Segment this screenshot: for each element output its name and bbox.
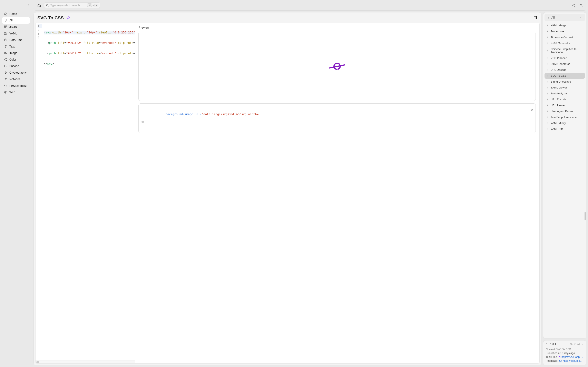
share-button[interactable] — [571, 3, 575, 7]
code-body[interactable]: <svg width="20px" height="20px" viewBox=… — [43, 23, 135, 360]
pin-icon — [546, 86, 549, 89]
nav-item-home[interactable]: Home — [2, 11, 30, 17]
tool-vertical-scrollbar[interactable] — [585, 212, 586, 220]
tool-item[interactable]: SVG To CSS — [545, 73, 585, 79]
nav-item-crypto[interactable]: Cryptography — [2, 69, 30, 76]
external-link-icon — [558, 356, 561, 359]
pin-icon — [546, 30, 549, 33]
pin-icon — [546, 42, 549, 44]
tool-item[interactable]: Timezone Convert — [545, 34, 585, 40]
topbar: ⌘ + K — [34, 0, 586, 11]
nav-item-programming[interactable]: Programming — [2, 82, 30, 89]
published-value: 3 days ago — [562, 351, 575, 355]
toollink-value[interactable]: https://t.he3app.co… — [562, 355, 584, 359]
copy-button[interactable] — [503, 105, 534, 115]
nav-item-text[interactable]: Text — [2, 43, 30, 50]
nav-item-color[interactable]: Color — [2, 56, 30, 63]
nav-item-image[interactable]: Image — [2, 50, 30, 56]
nav-item-web[interactable]: Web — [2, 89, 30, 95]
svg-rect-24 — [531, 109, 532, 110]
color-icon — [4, 58, 7, 61]
right-panel: All YAML MergeTracerouteTimezone Convert… — [543, 12, 586, 365]
pin-icon — [546, 63, 549, 65]
message-icon — [559, 359, 562, 362]
output-horizontal-scrollbar[interactable] — [141, 121, 533, 123]
nav-label: JSON — [9, 25, 17, 29]
tool-item-label: YAML Merge — [551, 24, 566, 27]
nav-list: Home All JSON YAML Date/Time Text — [2, 11, 30, 95]
tool-item-label: Traceroute — [551, 30, 564, 33]
tool-item[interactable]: YAML Diff — [545, 126, 585, 132]
pin-icon — [546, 128, 549, 130]
tool-item[interactable]: JavaScript Unescape — [545, 114, 585, 120]
code-editor[interactable]: 1⌄ 2 3 4 <svg width="20px" height="20px"… — [35, 23, 135, 363]
tool-item[interactable]: User Agent Parser — [545, 108, 585, 114]
tool-item[interactable]: URL Parser — [545, 102, 585, 108]
nav-label: Encode — [9, 64, 19, 68]
tool-item-label: Chinese Simplified to Traditional — [551, 48, 583, 54]
chevron-down-icon[interactable] — [581, 343, 584, 346]
css-output[interactable]: background-image:url('data:image/svg+xml… — [138, 103, 536, 133]
grid-icon — [4, 25, 7, 29]
tool-item-label: JavaScript Unescape — [551, 116, 577, 119]
search-box[interactable]: ⌘ + K — [44, 2, 100, 8]
tool-item[interactable]: VPC Planner — [545, 55, 585, 61]
tool-item-label: YAML Viewer — [551, 86, 567, 89]
pin-icon — [546, 49, 549, 52]
tool-item[interactable]: YAML Minify — [545, 120, 585, 126]
tool-item-label: URL Decode — [551, 68, 566, 71]
nav-item-yaml[interactable]: YAML — [2, 30, 30, 37]
user-button[interactable] — [579, 3, 583, 7]
tool-item[interactable]: UTM Generator — [545, 61, 585, 67]
globe-icon[interactable] — [573, 343, 576, 346]
nav-label: Programming — [9, 84, 26, 87]
search-input[interactable] — [51, 4, 86, 7]
encode-icon — [4, 64, 7, 68]
tool-item[interactable]: Chinese Simplified to Traditional — [545, 46, 585, 55]
nav-label: All — [9, 19, 13, 22]
tool-item[interactable]: YAML Merge — [545, 22, 585, 28]
nav-item-network[interactable]: Network — [2, 76, 30, 82]
tool-item-label: YAML Diff — [551, 127, 563, 131]
pin-icon — [546, 104, 549, 107]
check-circle-icon[interactable] — [577, 343, 580, 346]
tool-item[interactable]: URL Encode — [545, 96, 585, 102]
pin-icon — [546, 36, 549, 39]
tool-scroll[interactable]: YAML MergeTracerouteTimezone ConvertX509… — [543, 22, 586, 338]
editor-horizontal-scrollbar[interactable] — [35, 360, 135, 363]
tool-item[interactable]: Text Analyzer — [545, 91, 585, 96]
globe-icon[interactable] — [570, 343, 573, 346]
svg-rect-23 — [532, 109, 533, 111]
tool-filter-dropdown[interactable]: All — [545, 14, 585, 21]
published-label: Published at: — [546, 351, 561, 355]
nav-item-encode[interactable]: Encode — [2, 63, 30, 69]
nav-label: Cryptography — [9, 71, 26, 74]
info-description: Convert SVG To CSS — [546, 348, 584, 351]
clock-icon — [4, 38, 7, 42]
svg-point-28 — [578, 343, 580, 345]
page-title: SVG To CSS — [37, 15, 64, 21]
svg-point-10 — [5, 52, 6, 53]
pin-icon — [546, 122, 549, 124]
svg-rect-9 — [4, 52, 7, 54]
collapse-sidebar-button[interactable] — [27, 4, 30, 7]
nav-item-json[interactable]: JSON — [2, 24, 30, 30]
tool-item[interactable]: YAML Viewer — [545, 85, 585, 91]
nav-label: Network — [9, 77, 20, 81]
layout-toggle-button[interactable] — [534, 16, 537, 20]
image-icon — [4, 51, 7, 55]
tool-item[interactable]: String Unescape — [545, 79, 585, 85]
nav-item-datetime[interactable]: Date/Time — [2, 37, 30, 43]
tool-item[interactable]: Traceroute — [545, 28, 585, 34]
tool-item[interactable]: URL Decode — [545, 67, 585, 73]
toollink-label: Tool Link: — [546, 355, 557, 359]
feedback-label: Feedback: — [546, 359, 558, 362]
nav-item-all[interactable]: All — [2, 17, 30, 24]
svg-rect-2 — [4, 27, 6, 28]
pin-icon — [546, 116, 549, 118]
tool-item[interactable]: X509 Generator — [545, 40, 585, 46]
feedback-value[interactable]: https://github.com/… — [563, 359, 584, 362]
svg-rect-1 — [6, 26, 7, 27]
favorite-button[interactable] — [66, 16, 70, 20]
home-button[interactable] — [37, 3, 42, 8]
